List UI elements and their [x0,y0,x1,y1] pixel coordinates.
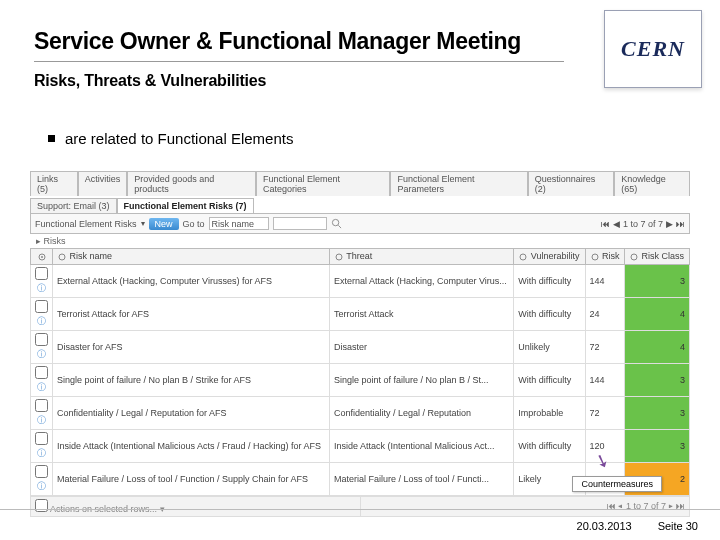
cell-vulnerability: With difficulty [514,363,585,396]
info-icon[interactable]: ⓘ [37,481,46,491]
cell-risk-name[interactable]: Confidentiality / Legal / Reputation for… [53,396,330,429]
cell-threat: Material Failure / Loss of tool / Functi… [329,462,513,495]
pager-text: 1 to 7 of 7 [623,219,663,229]
cell-risk-name[interactable]: Material Failure / Loss of tool / Functi… [53,462,330,495]
cell-risk-class: 3 [625,429,690,462]
col-vulnerability[interactable]: Vulnerability [531,251,580,261]
bullet-item: are related to Functional Elements [48,130,720,147]
cell-threat: Confidentiality / Legal / Reputation [329,396,513,429]
row-checkbox[interactable] [35,300,48,313]
row-checkbox[interactable] [35,432,48,445]
cell-risk-class: 4 [625,330,690,363]
svg-point-5 [336,254,342,260]
goto-field-select[interactable]: Risk name [209,217,269,230]
table-row[interactable]: ⓘInside Attack (Intentional Malicious Ac… [31,429,690,462]
tab[interactable]: Functional Element Risks (7) [117,198,254,213]
footer-date: 20.03.2013 [577,520,632,532]
info-icon[interactable]: ⓘ [37,349,46,359]
cell-risk: 72 [585,330,625,363]
svg-point-0 [332,219,338,225]
cell-threat: Single point of failure / No plan B / St… [329,363,513,396]
cell-risk-class: 3 [625,264,690,297]
cern-logo: CERN [604,10,702,88]
cell-threat: Terrorist Attack [329,297,513,330]
risks-table: Risk name Threat Vulnerability Risk Risk… [30,248,690,496]
cell-risk-class: 3 [625,396,690,429]
footer-page: Seite 30 [658,520,698,532]
tab[interactable]: Provided goods and products [127,171,256,196]
cell-risk-name[interactable]: Disaster for AFS [53,330,330,363]
page-subtitle: Risks, Threats & Vulnerabilities [34,72,680,90]
col-threat[interactable]: Threat [346,251,372,261]
embedded-screenshot: Links (5)ActivitiesProvided goods and pr… [30,171,690,517]
col-risk-name[interactable]: Risk name [70,251,113,261]
new-button[interactable]: New [149,218,179,230]
footer-divider [0,509,720,510]
row-checkbox[interactable] [35,366,48,379]
col-risk-class[interactable]: Risk Class [642,251,685,261]
cell-risk-name[interactable]: Single point of failure / No plan B / St… [53,363,330,396]
table-row[interactable]: ⓘSingle point of failure / No plan B / S… [31,363,690,396]
goto-input[interactable] [273,217,327,230]
countermeasures-callout: Countermeasures [572,476,662,492]
cell-risk-name[interactable]: External Attack (Hacking, Computer Virus… [53,264,330,297]
svg-point-8 [631,254,637,260]
cell-vulnerability: Improbable [514,396,585,429]
cell-vulnerability: With difficulty [514,264,585,297]
cell-vulnerability: With difficulty [514,297,585,330]
tab[interactable]: Links (5) [30,171,78,196]
cell-threat: Disaster [329,330,513,363]
cell-risk-class: 3 [625,363,690,396]
tab[interactable]: Knowledge (65) [614,171,690,196]
divider [34,61,564,62]
table-row[interactable]: ⓘExternal Attack (Hacking, Computer Viru… [31,264,690,297]
cell-risk-name[interactable]: Inside Attack (Intentional Malicious Act… [53,429,330,462]
section-title: Functional Element Risks [35,219,137,229]
row-checkbox[interactable] [35,399,48,412]
table-row[interactable]: ⓘTerrorist Attack for AFSTerrorist Attac… [31,297,690,330]
cell-threat: External Attack (Hacking, Computer Virus… [329,264,513,297]
pager-first-icon[interactable]: ⏮ [601,219,610,229]
tab[interactable]: Support: Email (3) [30,198,117,213]
table-row[interactable]: ⓘDisaster for AFSDisasterUnlikely724 [31,330,690,363]
risks-label: Risks [44,236,66,246]
row-checkbox[interactable] [35,333,48,346]
cell-risk-name[interactable]: Terrorist Attack for AFS [53,297,330,330]
tab[interactable]: Functional Element Parameters [390,171,527,196]
svg-point-4 [59,254,65,260]
cell-vulnerability: Unlikely [514,330,585,363]
cell-threat: Inside Attack (Intentional Malicious Act… [329,429,513,462]
cell-vulnerability: With difficulty [514,429,585,462]
bullet-icon [48,135,55,142]
cell-risk: 144 [585,264,625,297]
cell-risk: 144 [585,363,625,396]
pager-prev-icon[interactable]: ◀ [613,219,620,229]
row-checkbox[interactable] [35,267,48,280]
page-title: Service Owner & Functional Manager Meeti… [34,28,521,55]
goto-label: Go to [183,219,205,229]
svg-point-3 [41,256,43,258]
pager-next-icon[interactable]: ▶ [666,219,673,229]
tab[interactable]: Functional Element Categories [256,171,390,196]
info-icon[interactable]: ⓘ [37,382,46,392]
col-risk[interactable]: Risk [602,251,620,261]
svg-point-6 [520,254,526,260]
tab[interactable]: Activities [78,171,128,196]
tab[interactable]: Questionnaires (2) [528,171,614,196]
info-icon[interactable]: ⓘ [37,415,46,425]
info-icon[interactable]: ⓘ [37,448,46,458]
info-icon[interactable]: ⓘ [37,283,46,293]
search-icon[interactable] [331,218,342,229]
info-icon[interactable]: ⓘ [37,316,46,326]
pager-last-icon[interactable]: ⏭ [676,219,685,229]
bullet-text: are related to Functional Elements [65,130,293,147]
gear-icon[interactable] [37,252,47,262]
table-row[interactable]: ⓘConfidentiality / Legal / Reputation fo… [31,396,690,429]
svg-point-7 [592,254,598,260]
cell-risk: 24 [585,297,625,330]
row-checkbox[interactable] [35,465,48,478]
cell-risk: 72 [585,396,625,429]
svg-line-1 [338,225,341,228]
cell-risk-class: 4 [625,297,690,330]
